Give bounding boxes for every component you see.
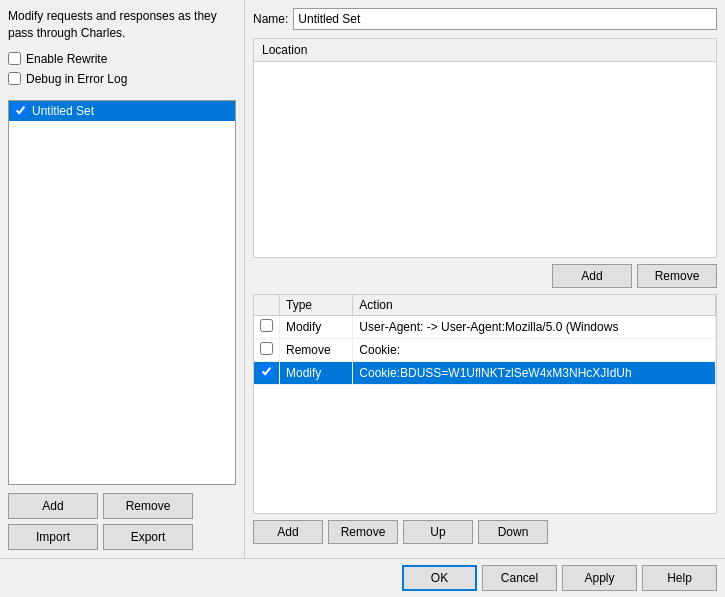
enable-rewrite-label: Enable Rewrite — [26, 52, 107, 66]
rules-table-container: Type Action ModifyUser-Agent: -> User-Ag… — [253, 294, 717, 514]
row-checkbox-cell[interactable] — [254, 362, 280, 385]
row-checkbox[interactable] — [260, 319, 273, 332]
rules-table: Type Action ModifyUser-Agent: -> User-Ag… — [254, 295, 716, 385]
location-add-button[interactable]: Add — [552, 264, 632, 288]
row-type: Modify — [280, 316, 353, 339]
set-item-checkbox[interactable] — [14, 104, 27, 117]
set-list[interactable]: Untitled Set — [8, 100, 236, 485]
description-text: Modify requests and responses as they pa… — [8, 8, 236, 42]
left-import-button[interactable]: Import — [8, 524, 98, 550]
row-checkbox[interactable] — [260, 342, 273, 355]
help-button[interactable]: Help — [642, 565, 717, 591]
row-action: Cookie:BDUSS=W1UflNKTzlSeW4xM3NHcXJIdUh — [353, 362, 716, 385]
left-remove-button[interactable]: Remove — [103, 493, 193, 519]
debug-log-checkbox[interactable] — [8, 72, 21, 85]
right-panel: Name: Location Add Remove Type Action — [245, 0, 725, 558]
col-header-type: Type — [280, 295, 353, 316]
set-item-label: Untitled Set — [32, 104, 94, 118]
left-bottom-buttons: Add Remove Import Export — [8, 493, 236, 550]
bottom-buttons: OK Cancel Apply Help — [0, 558, 725, 597]
col-header-action: Action — [353, 295, 716, 316]
row-type: Modify — [280, 362, 353, 385]
name-label: Name: — [253, 12, 288, 26]
row-checkbox-cell[interactable] — [254, 339, 280, 362]
left-export-button[interactable]: Export — [103, 524, 193, 550]
location-panel: Location — [253, 38, 717, 258]
location-body — [254, 62, 716, 257]
name-input[interactable] — [293, 8, 717, 30]
location-remove-button[interactable]: Remove — [637, 264, 717, 288]
row-action: Cookie: — [353, 339, 716, 362]
enable-rewrite-checkbox[interactable] — [8, 52, 21, 65]
left-add-button[interactable]: Add — [8, 493, 98, 519]
rules-up-button[interactable]: Up — [403, 520, 473, 544]
debug-log-row[interactable]: Debug in Error Log — [8, 72, 236, 86]
rules-remove-button[interactable]: Remove — [328, 520, 398, 544]
name-row: Name: — [253, 8, 717, 30]
rules-add-button[interactable]: Add — [253, 520, 323, 544]
col-header-checkbox — [254, 295, 280, 316]
apply-button[interactable]: Apply — [562, 565, 637, 591]
enable-rewrite-row[interactable]: Enable Rewrite — [8, 52, 236, 66]
action-row-buttons: Add Remove Up Down — [253, 520, 717, 544]
location-header: Location — [254, 39, 716, 62]
table-row[interactable]: ModifyCookie:BDUSS=W1UflNKTzlSeW4xM3NHcX… — [254, 362, 716, 385]
location-buttons: Add Remove — [253, 264, 717, 288]
row-action: User-Agent: -> User-Agent:Mozilla/5.0 (W… — [353, 316, 716, 339]
table-row[interactable]: ModifyUser-Agent: -> User-Agent:Mozilla/… — [254, 316, 716, 339]
set-item[interactable]: Untitled Set — [9, 101, 235, 121]
row-checkbox-cell[interactable] — [254, 316, 280, 339]
ok-button[interactable]: OK — [402, 565, 477, 591]
left-panel: Modify requests and responses as they pa… — [0, 0, 245, 558]
table-row[interactable]: RemoveCookie: — [254, 339, 716, 362]
row-type: Remove — [280, 339, 353, 362]
row-checkbox[interactable] — [260, 365, 273, 378]
rules-down-button[interactable]: Down — [478, 520, 548, 544]
cancel-button[interactable]: Cancel — [482, 565, 557, 591]
debug-log-label: Debug in Error Log — [26, 72, 127, 86]
